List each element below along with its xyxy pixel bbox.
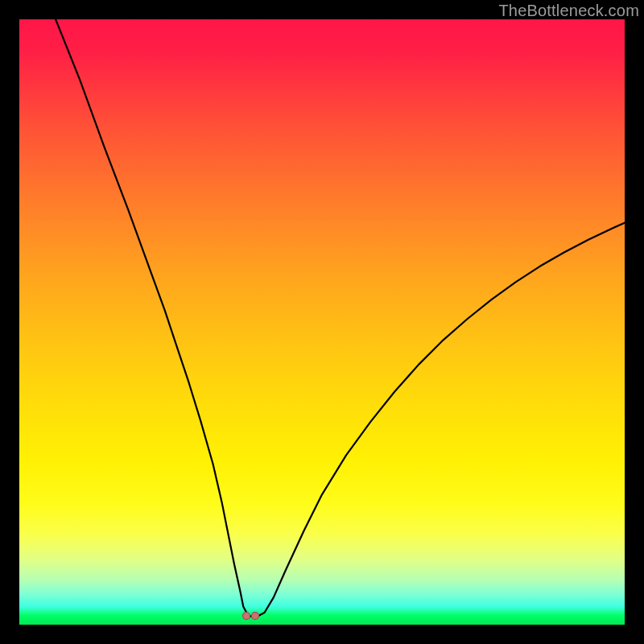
marker-layer [19, 19, 625, 625]
plot-area [19, 19, 625, 625]
chart-frame: TheBottleneck.com [0, 0, 644, 644]
watermark-label: TheBottleneck.com [498, 2, 639, 20]
data-marker [242, 612, 250, 620]
data-marker [251, 612, 259, 620]
